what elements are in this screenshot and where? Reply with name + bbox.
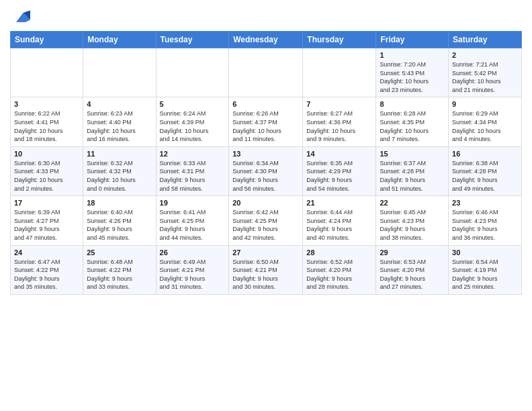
day-info: Sunrise: 6:46 AM Sunset: 4:23 PM Dayligh…	[452, 208, 518, 242]
calendar-cell: 20Sunrise: 6:42 AM Sunset: 4:25 PM Dayli…	[229, 196, 303, 245]
day-number: 24	[14, 248, 79, 257]
day-info: Sunrise: 6:29 AM Sunset: 4:34 PM Dayligh…	[452, 109, 518, 143]
calendar-cell: 22Sunrise: 6:45 AM Sunset: 4:23 PM Dayli…	[376, 196, 449, 245]
calendar-cell: 29Sunrise: 6:53 AM Sunset: 4:20 PM Dayli…	[376, 245, 449, 294]
calendar-cell: 4Sunrise: 6:23 AM Sunset: 4:40 PM Daylig…	[83, 97, 156, 146]
calendar-cell: 2Sunrise: 7:21 AM Sunset: 5:42 PM Daylig…	[449, 48, 522, 97]
calendar-cell: 26Sunrise: 6:49 AM Sunset: 4:21 PM Dayli…	[156, 245, 229, 294]
day-number: 20	[232, 199, 299, 207]
day-number: 17	[14, 199, 79, 207]
day-info: Sunrise: 7:20 AM Sunset: 5:43 PM Dayligh…	[380, 60, 445, 94]
weekday-header-saturday: Saturday	[449, 32, 522, 48]
calendar-cell: 12Sunrise: 6:33 AM Sunset: 4:31 PM Dayli…	[156, 146, 229, 195]
day-number: 15	[380, 150, 445, 158]
day-number: 26	[160, 248, 226, 257]
day-info: Sunrise: 6:54 AM Sunset: 4:19 PM Dayligh…	[452, 258, 518, 291]
day-number: 12	[160, 150, 226, 158]
day-number: 3	[14, 100, 79, 108]
day-info: Sunrise: 6:41 AM Sunset: 4:25 PM Dayligh…	[160, 208, 226, 242]
day-info: Sunrise: 6:38 AM Sunset: 4:28 PM Dayligh…	[452, 159, 518, 193]
day-info: Sunrise: 6:23 AM Sunset: 4:40 PM Dayligh…	[87, 109, 152, 143]
day-number: 11	[87, 150, 152, 158]
day-info: Sunrise: 6:42 AM Sunset: 4:25 PM Dayligh…	[232, 208, 299, 242]
logo-icon	[11, 8, 30, 27]
calendar-cell: 8Sunrise: 6:28 AM Sunset: 4:35 PM Daylig…	[376, 97, 449, 146]
day-number: 19	[160, 199, 226, 207]
calendar-cell: 10Sunrise: 6:30 AM Sunset: 4:33 PM Dayli…	[11, 146, 83, 195]
day-info: Sunrise: 6:48 AM Sunset: 4:22 PM Dayligh…	[87, 258, 152, 291]
day-info: Sunrise: 6:22 AM Sunset: 4:41 PM Dayligh…	[14, 109, 79, 143]
calendar-table: SundayMondayTuesdayWednesdayThursdayFrid…	[10, 31, 522, 295]
calendar-cell: 23Sunrise: 6:46 AM Sunset: 4:23 PM Dayli…	[449, 196, 522, 245]
day-info: Sunrise: 6:45 AM Sunset: 4:23 PM Dayligh…	[380, 208, 445, 242]
day-info: Sunrise: 6:44 AM Sunset: 4:24 PM Dayligh…	[306, 208, 372, 242]
calendar-week-2: 3Sunrise: 6:22 AM Sunset: 4:41 PM Daylig…	[11, 97, 522, 146]
calendar-cell	[156, 48, 229, 97]
calendar-cell: 9Sunrise: 6:29 AM Sunset: 4:34 PM Daylig…	[449, 97, 522, 146]
day-number: 25	[87, 248, 152, 257]
calendar-cell: 15Sunrise: 6:37 AM Sunset: 4:28 PM Dayli…	[376, 146, 449, 195]
day-number: 16	[452, 150, 518, 158]
calendar-cell: 5Sunrise: 6:24 AM Sunset: 4:39 PM Daylig…	[156, 97, 229, 146]
weekday-header-friday: Friday	[376, 32, 449, 48]
day-info: Sunrise: 6:33 AM Sunset: 4:31 PM Dayligh…	[160, 159, 226, 193]
day-info: Sunrise: 6:47 AM Sunset: 4:22 PM Dayligh…	[14, 258, 79, 291]
page-header	[10, 7, 522, 27]
calendar-cell: 16Sunrise: 6:38 AM Sunset: 4:28 PM Dayli…	[449, 146, 522, 195]
calendar-cell: 21Sunrise: 6:44 AM Sunset: 4:24 PM Dayli…	[303, 196, 376, 245]
day-info: Sunrise: 6:30 AM Sunset: 4:33 PM Dayligh…	[14, 159, 79, 193]
day-number: 6	[232, 100, 299, 108]
day-number: 14	[306, 150, 372, 158]
day-number: 18	[87, 199, 152, 207]
day-info: Sunrise: 6:26 AM Sunset: 4:37 PM Dayligh…	[232, 109, 299, 143]
calendar-cell: 7Sunrise: 6:27 AM Sunset: 4:36 PM Daylig…	[303, 97, 376, 146]
weekday-header-sunday: Sunday	[11, 32, 83, 48]
day-number: 28	[306, 248, 372, 257]
day-info: Sunrise: 6:53 AM Sunset: 4:20 PM Dayligh…	[380, 258, 445, 291]
day-number: 1	[380, 51, 445, 59]
day-number: 4	[87, 100, 152, 108]
logo	[10, 11, 30, 27]
day-number: 21	[306, 199, 372, 207]
day-number: 5	[160, 100, 226, 108]
weekday-header-wednesday: Wednesday	[229, 32, 303, 48]
day-info: Sunrise: 6:40 AM Sunset: 4:26 PM Dayligh…	[87, 208, 152, 242]
calendar-week-1: 1Sunrise: 7:20 AM Sunset: 5:43 PM Daylig…	[11, 48, 522, 97]
day-number: 30	[452, 248, 518, 257]
day-info: Sunrise: 6:39 AM Sunset: 4:27 PM Dayligh…	[14, 208, 79, 242]
calendar-cell: 17Sunrise: 6:39 AM Sunset: 4:27 PM Dayli…	[11, 196, 83, 245]
calendar-cell: 27Sunrise: 6:50 AM Sunset: 4:21 PM Dayli…	[229, 245, 303, 294]
day-number: 9	[452, 100, 518, 108]
calendar-cell: 3Sunrise: 6:22 AM Sunset: 4:41 PM Daylig…	[11, 97, 83, 146]
day-info: Sunrise: 6:52 AM Sunset: 4:20 PM Dayligh…	[306, 258, 372, 291]
calendar-cell: 28Sunrise: 6:52 AM Sunset: 4:20 PM Dayli…	[303, 245, 376, 294]
calendar-cell: 13Sunrise: 6:34 AM Sunset: 4:30 PM Dayli…	[229, 146, 303, 195]
day-info: Sunrise: 6:24 AM Sunset: 4:39 PM Dayligh…	[160, 109, 226, 143]
day-number: 23	[452, 199, 518, 207]
weekday-header-monday: Monday	[83, 32, 156, 48]
calendar-cell: 1Sunrise: 7:20 AM Sunset: 5:43 PM Daylig…	[376, 48, 449, 97]
calendar-header-row: SundayMondayTuesdayWednesdayThursdayFrid…	[11, 32, 522, 48]
day-number: 7	[306, 100, 372, 108]
calendar-cell	[83, 48, 156, 97]
calendar-week-4: 17Sunrise: 6:39 AM Sunset: 4:27 PM Dayli…	[11, 196, 522, 245]
day-number: 27	[232, 248, 299, 257]
day-info: Sunrise: 6:34 AM Sunset: 4:30 PM Dayligh…	[232, 159, 299, 193]
day-info: Sunrise: 6:35 AM Sunset: 4:29 PM Dayligh…	[306, 159, 372, 193]
day-info: Sunrise: 7:21 AM Sunset: 5:42 PM Dayligh…	[452, 60, 518, 94]
day-number: 13	[232, 150, 299, 158]
day-number: 29	[380, 248, 445, 257]
day-info: Sunrise: 6:28 AM Sunset: 4:35 PM Dayligh…	[380, 109, 445, 143]
calendar-cell	[229, 48, 303, 97]
calendar-cell: 25Sunrise: 6:48 AM Sunset: 4:22 PM Dayli…	[83, 245, 156, 294]
day-info: Sunrise: 6:32 AM Sunset: 4:32 PM Dayligh…	[87, 159, 152, 193]
calendar-cell	[11, 48, 83, 97]
calendar-week-5: 24Sunrise: 6:47 AM Sunset: 4:22 PM Dayli…	[11, 245, 522, 294]
day-info: Sunrise: 6:37 AM Sunset: 4:28 PM Dayligh…	[380, 159, 445, 193]
calendar-cell	[303, 48, 376, 97]
day-info: Sunrise: 6:49 AM Sunset: 4:21 PM Dayligh…	[160, 258, 226, 291]
calendar-cell: 24Sunrise: 6:47 AM Sunset: 4:22 PM Dayli…	[11, 245, 83, 294]
calendar-cell: 18Sunrise: 6:40 AM Sunset: 4:26 PM Dayli…	[83, 196, 156, 245]
day-info: Sunrise: 6:27 AM Sunset: 4:36 PM Dayligh…	[306, 109, 372, 143]
day-number: 8	[380, 100, 445, 108]
